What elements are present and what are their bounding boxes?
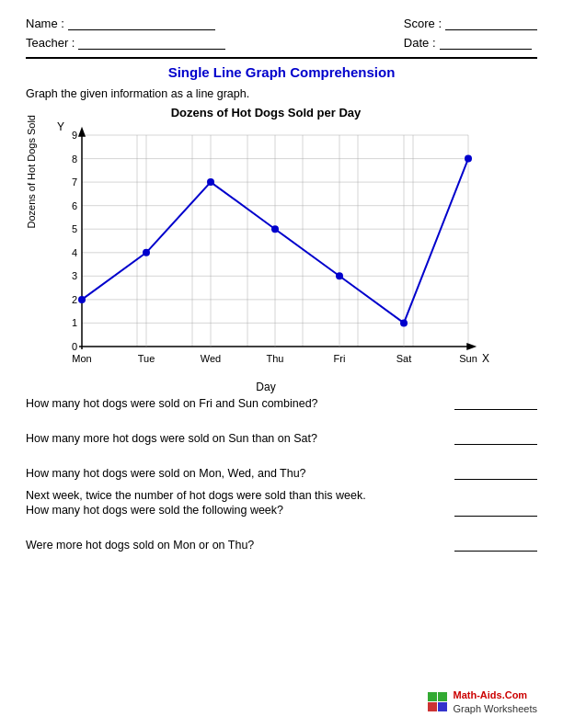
y-axis-label: Dozens of Hot Dogs Sold <box>26 115 39 229</box>
x-axis-label: Day <box>40 381 491 393</box>
footer-text: Math-Aids.Com Graph Worksheets <box>453 688 537 715</box>
graph-container: Dozens of Hot Dogs Sold per Day Y X <box>40 106 491 377</box>
footer: Math-Aids.Com Graph Worksheets <box>428 688 537 715</box>
svg-text:9: 9 <box>72 130 77 141</box>
svg-text:Sun: Sun <box>459 353 477 364</box>
header: Name : Teacher : Score : Date : <box>26 17 537 50</box>
x-tick-labels: Mon Tue Wed Thu Fri Sat Sun <box>72 353 477 364</box>
svg-text:Sat: Sat <box>396 353 412 364</box>
name-field: Name : <box>26 17 225 30</box>
graph-area: Dozens of Hot Dogs Sold Dozens of Hot Do… <box>26 106 537 377</box>
logo-cell-2 <box>438 692 447 701</box>
graph-svg: Y X <box>40 121 491 379</box>
grid-day-lines <box>146 135 404 347</box>
date-line <box>440 37 532 50</box>
svg-text:Mon: Mon <box>72 353 91 364</box>
score-line <box>445 17 537 30</box>
svg-text:5: 5 <box>72 223 77 234</box>
header-right: Score : Date : <box>404 17 537 50</box>
question-5-text: Were more hot dogs sold on Mon or on Thu… <box>26 539 454 552</box>
svg-text:1: 1 <box>72 317 77 328</box>
date-field: Date : <box>404 36 537 50</box>
svg-text:8: 8 <box>72 154 77 165</box>
question-4-answer-line <box>454 504 537 517</box>
teacher-field: Teacher : <box>26 36 225 50</box>
svg-text:Fri: Fri <box>334 353 346 364</box>
page: Name : Teacher : Score : Date : Single L… <box>0 0 563 728</box>
svg-text:4: 4 <box>72 247 77 258</box>
instruction-text: Graph the given information as a line gr… <box>26 87 537 100</box>
svg-point-43 <box>143 249 150 256</box>
svg-marker-18 <box>79 129 85 136</box>
axes <box>79 129 475 349</box>
question-3-answer-line <box>454 467 537 480</box>
question-3-row: How many hot dogs were sold on Mon, Wed,… <box>26 454 537 480</box>
question-5-row: Were more hot dogs sold on Mon or on Thu… <box>26 526 537 552</box>
date-label: Date : <box>404 36 436 50</box>
svg-text:3: 3 <box>72 270 77 281</box>
name-label: Name : <box>26 17 64 30</box>
teacher-label: Teacher : <box>26 36 75 50</box>
score-field: Score : <box>404 17 537 30</box>
svg-point-42 <box>78 296 86 303</box>
question-1-text: How many hot dogs were sold on Fri and S… <box>26 397 454 410</box>
score-label: Score : <box>404 17 442 30</box>
footer-subtitle: Graph Worksheets <box>453 702 537 715</box>
x-axis-right-label: X <box>482 352 489 365</box>
teacher-line <box>78 37 225 50</box>
svg-point-46 <box>336 272 343 279</box>
svg-text:6: 6 <box>72 200 77 211</box>
svg-text:Thu: Thu <box>267 353 284 364</box>
y-axis-top-label: Y <box>57 121 64 133</box>
question-2-answer-line <box>454 432 537 445</box>
question-4b-text: How many hot dogs were sold the followin… <box>26 504 454 517</box>
svg-text:Tue: Tue <box>138 353 155 364</box>
footer-logo <box>428 692 447 711</box>
question-3-text: How many hot dogs were sold on Mon, Wed,… <box>26 467 454 480</box>
logo-cell-4 <box>438 702 447 711</box>
header-divider <box>26 57 537 59</box>
page-title: Single Line Graph Comprehension <box>26 64 537 80</box>
footer-site: Math-Aids.Com <box>453 688 537 701</box>
graph-inner: Y X <box>40 121 491 379</box>
svg-text:0: 0 <box>72 341 77 352</box>
svg-point-48 <box>465 155 472 163</box>
questions-section: How many hot dogs were sold on Fri and S… <box>26 384 537 552</box>
question-1-answer-line <box>454 397 537 410</box>
question-2-text: How many more hot dogs were sold on Sun … <box>26 432 454 445</box>
name-line <box>68 17 215 30</box>
logo-cell-1 <box>428 692 437 701</box>
svg-point-47 <box>400 319 408 326</box>
svg-marker-19 <box>467 344 475 349</box>
logo-cell-3 <box>428 702 437 711</box>
y-tick-labels: 0 1 2 3 4 5 6 7 8 9 <box>72 130 77 352</box>
question-4a-text: Next week, twice the number of hot dogs … <box>26 489 537 502</box>
question-5-answer-line <box>454 539 537 552</box>
svg-text:7: 7 <box>72 176 77 188</box>
question-2-row: How many more hot dogs were sold on Sun … <box>26 419 537 445</box>
svg-text:Wed: Wed <box>201 353 221 364</box>
svg-point-45 <box>271 225 279 233</box>
graph-title: Dozens of Hot Dogs Sold per Day <box>40 106 491 119</box>
question-4-row: Next week, twice the number of hot dogs … <box>26 489 537 517</box>
svg-point-44 <box>207 178 214 186</box>
header-left: Name : Teacher : <box>26 17 225 50</box>
svg-text:2: 2 <box>72 294 77 305</box>
